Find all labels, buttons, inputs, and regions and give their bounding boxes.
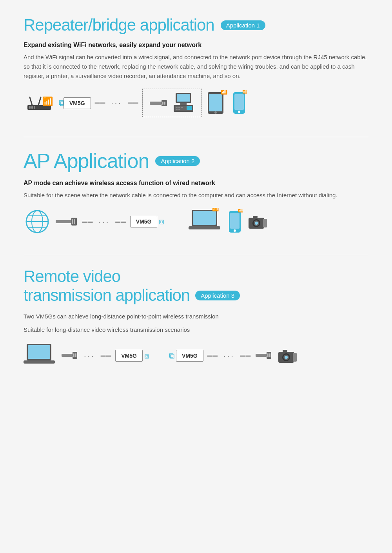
svg-text:📶: 📶	[42, 96, 53, 107]
phone-icon-box-2: 📶	[227, 209, 243, 235]
phone-icon-2: 📶	[227, 209, 243, 235]
svg-rect-40	[193, 211, 216, 225]
section3-title-line2: transmission application	[24, 286, 190, 305]
vm5g-device-3: VM5G	[115, 350, 143, 362]
svg-text:📶: 📶	[221, 90, 227, 95]
eq-line-1: ══	[95, 99, 106, 107]
vm5g-signal-3: VM5G ⧈	[115, 350, 149, 362]
svg-point-45	[234, 229, 236, 232]
divider-1	[24, 137, 368, 137]
globe-icon-box	[24, 208, 51, 235]
svg-rect-41	[189, 226, 220, 229]
laptop-icon-2	[24, 342, 57, 369]
svg-rect-7	[150, 102, 162, 105]
eq-line-5: ══	[101, 352, 112, 360]
signal-right-icon-2: ⧈	[159, 216, 164, 227]
svg-rect-21	[187, 106, 192, 110]
svg-rect-54	[28, 345, 50, 359]
svg-rect-62	[267, 353, 269, 357]
svg-rect-68	[293, 353, 297, 362]
cable-icon	[149, 95, 169, 111]
svg-rect-56	[62, 354, 73, 357]
svg-rect-51	[263, 219, 267, 227]
svg-rect-59	[75, 353, 76, 357]
svg-point-50	[255, 222, 258, 225]
vm5g-device-4: VM5G	[176, 350, 203, 362]
section3-diagram: ··· ══ VM5G ⧈ ⧉ VM5G ══ ··· ══	[24, 342, 368, 369]
svg-line-5	[38, 97, 41, 105]
dots-2: ···	[97, 217, 112, 226]
svg-rect-19	[176, 109, 178, 110]
section1-badge: Application 1	[221, 20, 265, 30]
svg-rect-16	[176, 107, 178, 108]
svg-rect-61	[267, 352, 271, 359]
svg-rect-12	[177, 94, 190, 102]
laptop-icon: 📶	[188, 208, 223, 235]
section2-body: Suitable for the scene where the network…	[24, 191, 368, 200]
router-icon: 📶	[24, 89, 55, 117]
section1-body: And the WiFi signal can be converted int…	[24, 53, 368, 81]
cash-register-icon	[172, 92, 195, 114]
vm5g-device-1: VM5G	[64, 97, 91, 109]
svg-point-28	[238, 111, 240, 113]
svg-rect-58	[73, 353, 74, 357]
eq-line-7: ══	[240, 352, 251, 360]
section1-title: Repeater/bridge application	[24, 16, 214, 35]
svg-rect-1	[29, 106, 31, 109]
tablet-icon: 📶	[206, 90, 227, 116]
section1-diagram: 📶 ⧉ VM5G ══ ··· ══	[24, 89, 368, 117]
page: Repeater/bridge application Application …	[0, 0, 392, 404]
phone-icon: 📶	[231, 90, 247, 116]
svg-rect-20	[178, 109, 180, 110]
eq-line-2: ══	[128, 99, 139, 107]
svg-rect-9	[162, 102, 163, 105]
section1-title-row: Repeater/bridge application Application …	[24, 16, 368, 35]
svg-rect-63	[269, 353, 270, 357]
camera-icon-box	[247, 212, 268, 231]
section2-subtitle: AP mode can achieve wireless access func…	[24, 180, 368, 187]
svg-rect-52	[253, 216, 258, 218]
svg-rect-17	[178, 107, 180, 108]
signal-right-icon-3: ⧈	[144, 351, 149, 360]
section2-diagram: ══ ··· ══ VM5G ⧈ 📶	[24, 208, 368, 235]
camera-icon-2	[276, 346, 298, 366]
section-2: AP Application Application 2 AP mode can…	[24, 149, 368, 235]
section3-title-row: Remote video transmission application Ap…	[24, 267, 368, 305]
svg-rect-44	[230, 213, 240, 229]
cable-icon-3	[61, 349, 78, 363]
svg-rect-60	[256, 354, 267, 357]
section2-title: AP Application	[24, 149, 149, 173]
dots-4: ···	[222, 351, 236, 360]
svg-rect-35	[56, 220, 71, 223]
phone-icon-box: 📶	[231, 90, 247, 116]
svg-rect-38	[74, 219, 75, 224]
section2-badge: Application 2	[155, 156, 200, 166]
svg-rect-23	[209, 94, 222, 111]
tablet-icon-box: 📶	[206, 90, 227, 116]
router-icon-box: 📶	[24, 89, 55, 117]
svg-rect-37	[72, 219, 73, 224]
cable-icon-4	[255, 349, 272, 363]
svg-text:📶: 📶	[212, 208, 219, 212]
section-1: Repeater/bridge application Application …	[24, 16, 368, 117]
svg-rect-55	[24, 360, 55, 364]
dashed-device-box	[142, 89, 202, 117]
divider-2	[24, 255, 368, 255]
section3-body2: Suitable for long-distance video wireles…	[24, 325, 368, 335]
eq-line-4: ══	[115, 218, 126, 226]
svg-rect-57	[73, 352, 77, 359]
laptop-icon-box-2	[24, 342, 57, 369]
svg-text:📶: 📶	[238, 209, 243, 213]
dots-1: ···	[109, 98, 124, 107]
signal-left-icon-2: ⧉	[169, 351, 174, 360]
vm5g-signal-4: ⧉ VM5G	[169, 350, 203, 362]
camera-icon-box-2	[276, 346, 298, 366]
svg-rect-10	[164, 102, 165, 105]
camera-icon	[247, 212, 268, 231]
svg-rect-3	[34, 106, 35, 109]
eq-line-3: ══	[82, 218, 93, 226]
eq-line-6: ══	[207, 352, 218, 360]
svg-line-4	[30, 97, 32, 105]
vm5g-signal-2: VM5G ⧈	[130, 216, 165, 227]
svg-rect-13	[180, 103, 187, 105]
